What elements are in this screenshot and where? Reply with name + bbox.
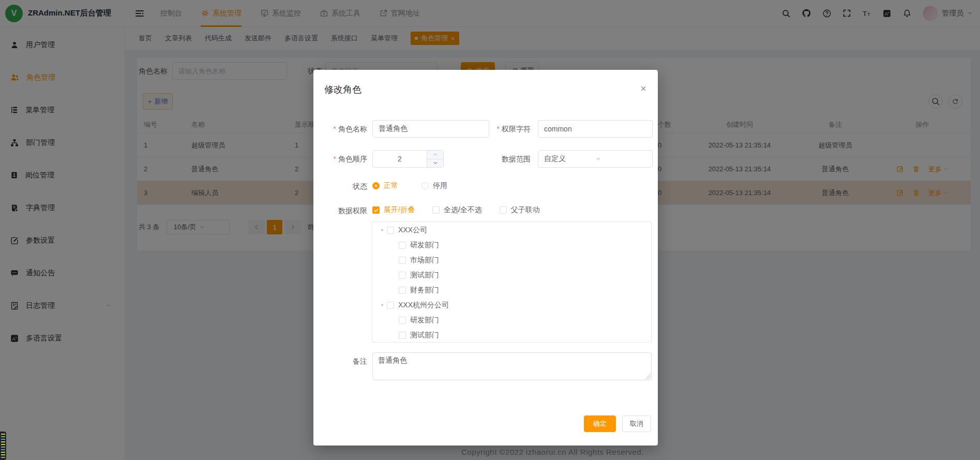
remark-label: 备注 <box>313 352 370 370</box>
radio-label: 停用 <box>433 181 447 190</box>
checkbox[interactable] <box>387 302 394 309</box>
data-scope-value: 自定义 <box>544 154 595 164</box>
console-stripes <box>1 434 5 458</box>
radio-circle <box>372 182 380 189</box>
status-radio-0[interactable]: 正常 <box>372 181 398 190</box>
tree-node-1[interactable]: XXX杭州分公司 <box>372 298 651 313</box>
tree-node-1-child-0[interactable]: 研发部门 <box>372 313 651 328</box>
perm-checkbox-2[interactable]: 父子联动 <box>500 205 540 215</box>
tree-node-label: 研发部门 <box>410 241 439 250</box>
data-perm-label: 数据权限 <box>313 202 370 219</box>
checkbox[interactable] <box>399 317 406 324</box>
checkbox <box>432 206 440 214</box>
tree-node-1-child-1[interactable]: 测试部门 <box>372 328 651 343</box>
console-widget[interactable] <box>0 432 6 460</box>
checkbox <box>372 206 380 214</box>
data-scope-select[interactable]: 自定义 <box>538 150 653 168</box>
tree-node-0-child-3[interactable]: 财务部门 <box>372 283 651 298</box>
status-radio-1[interactable]: 停用 <box>421 181 447 190</box>
role-name-input[interactable] <box>372 120 489 138</box>
checkbox-label: 父子联动 <box>511 205 540 215</box>
data-scope-label: 数据范围 <box>479 150 534 168</box>
tree-caret-icon[interactable] <box>379 303 385 308</box>
tree-node-label: 测试部门 <box>410 331 439 340</box>
required-asterisk: * <box>497 125 500 133</box>
decrease-button[interactable] <box>427 159 443 168</box>
tree-node-label: 研发部门 <box>410 316 439 325</box>
tree-caret-icon[interactable] <box>379 228 385 233</box>
app-root: V ZRAdmin.NET后台管理 控制台系统管理系统监控系统工具官网地址 TT… <box>0 0 980 460</box>
perm-char-label: *权限字符 <box>479 120 534 138</box>
tree-node-0-child-1[interactable]: 市场部门 <box>372 253 651 268</box>
status-label: 状态 <box>313 177 370 195</box>
tree-node-0-child-2[interactable]: 测试部门 <box>372 268 651 283</box>
checkbox-label: 展开/折叠 <box>384 205 415 215</box>
checkbox[interactable] <box>399 287 406 294</box>
status-radio-group: 正常停用 <box>372 181 447 190</box>
tree-node-label: 测试部门 <box>410 271 439 280</box>
checkbox[interactable] <box>399 332 406 339</box>
radio-circle <box>421 182 429 189</box>
checkbox-label: 全选/全不选 <box>444 205 482 215</box>
tree-node-label: XXX杭州分公司 <box>398 301 449 310</box>
number-stepper <box>427 151 443 167</box>
increase-button[interactable] <box>427 151 443 159</box>
tree-node-label: 市场部门 <box>410 256 439 265</box>
checkbox[interactable] <box>399 272 406 279</box>
remark-textarea[interactable]: 普通角色 <box>372 352 652 380</box>
role-order-value: 2 <box>373 151 427 167</box>
perm-checkbox-1[interactable]: 全选/全不选 <box>432 205 482 215</box>
role-name-label: *角色名称 <box>313 120 370 138</box>
checkbox[interactable] <box>399 242 406 249</box>
radio-label: 正常 <box>384 181 398 190</box>
cancel-button[interactable]: 取消 <box>622 416 651 432</box>
dialog-title: 修改角色 <box>324 83 361 96</box>
chevron-down-icon <box>595 156 646 162</box>
confirm-button[interactable]: 确定 <box>584 416 616 432</box>
department-tree: XXX公司研发部门市场部门测试部门财务部门XXX杭州分公司研发部门测试部门 <box>372 221 652 343</box>
role-order-number-input[interactable]: 2 <box>372 150 444 168</box>
tree-node-label: 财务部门 <box>410 286 439 295</box>
checkbox <box>500 206 507 214</box>
tree-node-0-child-0[interactable]: 研发部门 <box>372 238 651 253</box>
required-asterisk: * <box>334 155 336 163</box>
checkbox[interactable] <box>387 227 394 234</box>
role-order-label: *角色顺序 <box>313 150 370 168</box>
edit-role-dialog: 修改角色 × *角色名称 *权限字符 *角色顺序 2 数据范围 自定义 状态 正… <box>313 70 658 446</box>
tree-node-0[interactable]: XXX公司 <box>372 222 651 238</box>
dialog-footer: 确定 取消 <box>313 416 658 432</box>
required-asterisk: * <box>334 125 336 133</box>
tree-node-label: XXX公司 <box>398 226 427 235</box>
close-icon[interactable]: × <box>640 83 646 94</box>
perm-checkbox-0[interactable]: 展开/折叠 <box>372 205 415 215</box>
data-perm-checkboxes: 展开/折叠全选/全不选父子联动 <box>372 205 557 215</box>
perm-char-input[interactable] <box>538 120 653 138</box>
checkbox[interactable] <box>399 257 406 264</box>
